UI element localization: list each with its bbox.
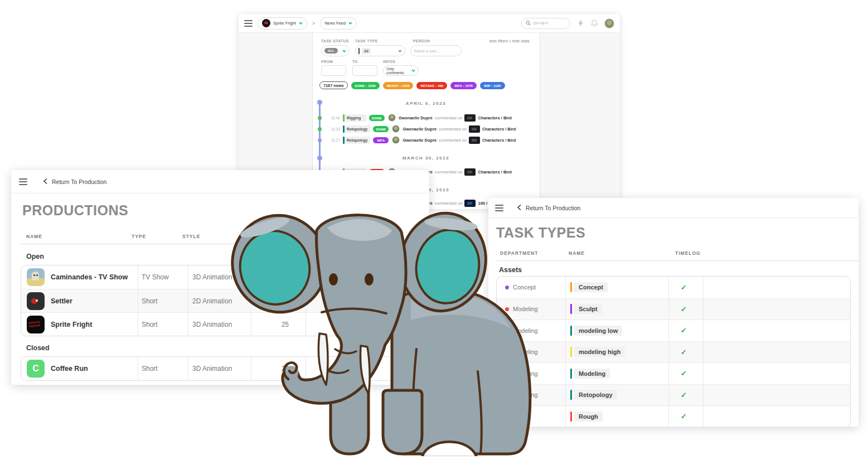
production-type: Short bbox=[142, 297, 158, 305]
timelog-check-icon: ✓ bbox=[681, 305, 687, 313]
news-item[interactable]: 11:42 Rigging DONE Gwenaelle Dupré comme… bbox=[329, 113, 512, 122]
task-status-select[interactable]: ALL bbox=[321, 45, 350, 56]
column-header-timelog[interactable]: TIMELOG bbox=[675, 250, 701, 256]
task-color-bar bbox=[343, 137, 345, 144]
task-type-chip: Retopology bbox=[343, 137, 370, 144]
task-type-chip: Retopology bbox=[570, 390, 617, 400]
production-name: Coffee Run bbox=[51, 365, 88, 373]
task-color-bar bbox=[343, 114, 345, 122]
task-type-color-bar bbox=[570, 347, 572, 357]
column-header-name[interactable]: NAME bbox=[26, 234, 42, 239]
timelog-check-icon: ✓ bbox=[681, 283, 687, 292]
chevron-left-icon bbox=[43, 178, 48, 186]
production-thumbnail: C bbox=[27, 360, 45, 378]
avatar bbox=[388, 114, 396, 122]
action-text: commented on bbox=[435, 115, 463, 120]
production-type: Short bbox=[142, 365, 158, 373]
task-type-color-bar bbox=[570, 282, 572, 292]
item-time: 11:42 bbox=[329, 116, 340, 120]
notifications-bell-icon[interactable] bbox=[591, 20, 598, 27]
production-thumbnail bbox=[27, 268, 45, 286]
timeline-dot bbox=[318, 138, 322, 142]
status-badge[interactable]: RETAKE : 460 bbox=[416, 82, 447, 89]
table-row[interactable]: Modeling modeling low ✓ bbox=[497, 320, 850, 341]
breadcrumb-separator: > bbox=[312, 21, 315, 26]
table-row[interactable]: Modeling Retopology ✓ bbox=[497, 384, 850, 406]
page-select[interactable]: News Feed bbox=[320, 17, 357, 30]
timeline-dot bbox=[318, 127, 322, 131]
action-text: commented on bbox=[435, 170, 463, 175]
table-row[interactable]: Modeling Modeling ✓ bbox=[497, 362, 850, 384]
table-row[interactable]: Modeling Sculpt ✓ bbox=[497, 298, 850, 320]
timelog-check-icon: ✓ bbox=[681, 369, 687, 378]
menu-icon[interactable] bbox=[244, 20, 253, 27]
status-pill: WFA bbox=[373, 137, 389, 143]
infos-label: INFOS bbox=[383, 60, 395, 64]
from-date-input[interactable] bbox=[321, 65, 346, 76]
timeline-dot bbox=[317, 100, 322, 105]
menu-icon[interactable] bbox=[19, 178, 27, 185]
back-to-production-link[interactable]: Return To Production bbox=[43, 178, 106, 186]
production-type: Short bbox=[142, 321, 158, 328]
status-badge[interactable]: WFA : 1578 bbox=[450, 82, 477, 89]
task-type-chip: Sculpt bbox=[570, 304, 602, 314]
production-name: Sprite Fright bbox=[273, 21, 296, 26]
table-row[interactable]: Line Rough ✓ bbox=[497, 405, 850, 427]
feed-date-header: APRIL 6, 2023 bbox=[370, 101, 482, 106]
task-type-color-bar bbox=[570, 304, 572, 314]
task-type-chip: Retopology bbox=[343, 125, 370, 133]
target-entity: Characters / Bird bbox=[478, 170, 511, 175]
to-date-input[interactable] bbox=[352, 65, 377, 76]
task-type-color-bar bbox=[570, 412, 572, 422]
entity-thumbnail bbox=[464, 168, 476, 176]
news-item[interactable]: 11:23 Retopology DONE Gwenaelle Dupré co… bbox=[329, 124, 516, 133]
avatar bbox=[392, 136, 400, 144]
table-row[interactable]: Concept Concept ✓ bbox=[497, 277, 850, 298]
feed-date-header: MARCH 30, 2023 bbox=[370, 156, 482, 161]
infos-value: Only comments bbox=[386, 67, 409, 75]
screenshot-stage: Sprite Fright > News Feed ctrl+alt+f TAS… bbox=[0, 0, 868, 474]
news-item[interactable]: 11:17 Retopology WFA Gwenaelle Dupré com… bbox=[329, 136, 516, 144]
user-avatar[interactable] bbox=[604, 18, 614, 28]
production-name: Sprite Fright bbox=[51, 321, 92, 328]
task-type-chip: modeling low bbox=[570, 326, 622, 336]
elephant-mascot-illustration bbox=[226, 205, 538, 456]
production-select[interactable]: Sprite Fright bbox=[258, 17, 307, 30]
chevron-down-icon bbox=[398, 50, 402, 52]
page-title: PRODUCTIONS bbox=[22, 202, 128, 219]
task-status-value: ALL bbox=[324, 48, 338, 54]
quick-actions-icon[interactable] bbox=[578, 20, 584, 27]
column-header-name[interactable]: NAME bbox=[569, 250, 585, 256]
status-badge[interactable]: WIP : 1185 bbox=[480, 82, 505, 89]
table-row[interactable]: Modeling modeling high ✓ bbox=[497, 341, 850, 363]
infos-select[interactable]: Only comments bbox=[383, 65, 419, 76]
status-pill: DONE bbox=[369, 115, 385, 121]
task-type-color-bar bbox=[570, 326, 572, 336]
timeline-dot bbox=[317, 156, 322, 161]
task-type-color-bar bbox=[570, 369, 572, 379]
column-header-type[interactable]: TYPE bbox=[132, 234, 146, 239]
news-topbar: Sprite Fright > News Feed ctrl+alt+f bbox=[239, 14, 620, 33]
chevron-down-icon bbox=[348, 22, 352, 25]
production-avatar bbox=[262, 19, 270, 27]
task-type-value: All bbox=[362, 48, 371, 54]
entity-thumbnail bbox=[469, 125, 480, 133]
news-total-badge: 7167 news bbox=[319, 81, 348, 89]
entity-thumbnail bbox=[469, 137, 480, 144]
author-name: Gwenaelle Dupré bbox=[403, 127, 437, 132]
task-type-chip: Rough bbox=[570, 412, 603, 422]
task-type-color-bar bbox=[570, 390, 572, 400]
column-header-style[interactable]: STYLE bbox=[182, 234, 200, 239]
task-types-window: Return To Production TASK TYPES DEPARTME… bbox=[488, 198, 859, 427]
header-divider bbox=[496, 260, 859, 261]
entity-thumbnail bbox=[464, 114, 476, 122]
status-badge[interactable]: DONE : 1206 bbox=[351, 82, 380, 89]
production-name: Caminandes - TV Show bbox=[51, 273, 128, 281]
search-icon bbox=[526, 21, 531, 26]
status-badge[interactable]: READY : 1429 bbox=[383, 82, 414, 89]
section-label-closed: Closed bbox=[26, 344, 50, 352]
search-input[interactable]: ctrl+alt+f bbox=[521, 18, 570, 29]
person-input[interactable]: Select a user... bbox=[410, 45, 462, 56]
task-type-select[interactable]: All bbox=[355, 45, 405, 56]
filters-toggle-links[interactable]: less filters • hide stats bbox=[489, 38, 530, 43]
